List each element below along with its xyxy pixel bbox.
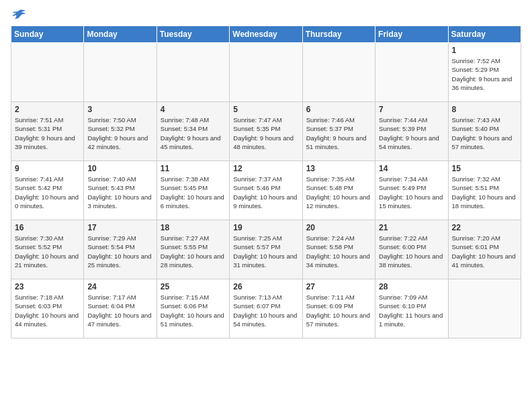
calendar-cell: 3Sunrise: 7:50 AM Sunset: 5:32 PM Daylig…	[84, 102, 157, 161]
day-number: 1	[452, 46, 517, 55]
calendar-cell: 25Sunrise: 7:15 AM Sunset: 6:06 PM Dayli…	[157, 279, 229, 338]
calendar-cell	[230, 43, 302, 102]
day-number: 9	[15, 164, 80, 173]
day-number: 14	[379, 164, 444, 173]
calendar-cell: 6Sunrise: 7:46 AM Sunset: 5:37 PM Daylig…	[302, 102, 375, 161]
day-info: Sunrise: 7:41 AM Sunset: 5:42 PM Dayligh…	[15, 175, 80, 210]
day-number: 3	[87, 105, 152, 114]
calendar-week-row: 16Sunrise: 7:30 AM Sunset: 5:52 PM Dayli…	[11, 220, 521, 279]
day-number: 2	[15, 105, 80, 114]
day-number: 22	[452, 223, 517, 232]
calendar-cell: 13Sunrise: 7:35 AM Sunset: 5:48 PM Dayli…	[302, 161, 375, 220]
day-number: 24	[87, 282, 152, 291]
day-number: 18	[161, 223, 226, 232]
calendar-cell: 2Sunrise: 7:51 AM Sunset: 5:31 PM Daylig…	[11, 102, 84, 161]
weekday-header-tuesday: Tuesday	[157, 26, 229, 43]
calendar-cell: 14Sunrise: 7:34 AM Sunset: 5:49 PM Dayli…	[375, 161, 448, 220]
calendar-cell: 8Sunrise: 7:43 AM Sunset: 5:40 PM Daylig…	[448, 102, 521, 161]
day-info: Sunrise: 7:40 AM Sunset: 5:43 PM Dayligh…	[87, 175, 152, 210]
calendar-cell: 21Sunrise: 7:22 AM Sunset: 6:00 PM Dayli…	[375, 220, 448, 279]
day-info: Sunrise: 7:24 AM Sunset: 5:58 PM Dayligh…	[306, 234, 371, 269]
calendar-cell: 9Sunrise: 7:41 AM Sunset: 5:42 PM Daylig…	[11, 161, 84, 220]
day-number: 20	[306, 223, 371, 232]
day-number: 11	[161, 164, 226, 173]
calendar-cell: 24Sunrise: 7:17 AM Sunset: 6:04 PM Dayli…	[84, 279, 157, 338]
day-number: 17	[87, 223, 152, 232]
day-info: Sunrise: 7:44 AM Sunset: 5:39 PM Dayligh…	[379, 116, 444, 151]
day-info: Sunrise: 7:13 AM Sunset: 6:07 PM Dayligh…	[233, 293, 298, 328]
day-info: Sunrise: 7:30 AM Sunset: 5:52 PM Dayligh…	[15, 234, 80, 269]
calendar-cell	[302, 43, 375, 102]
day-info: Sunrise: 7:09 AM Sunset: 6:10 PM Dayligh…	[379, 293, 444, 328]
calendar-header-row: SundayMondayTuesdayWednesdayThursdayFrid…	[11, 26, 521, 43]
day-number: 16	[15, 223, 80, 232]
day-info: Sunrise: 7:27 AM Sunset: 5:55 PM Dayligh…	[161, 234, 226, 269]
calendar-week-row: 23Sunrise: 7:18 AM Sunset: 6:03 PM Dayli…	[11, 279, 521, 338]
day-info: Sunrise: 7:38 AM Sunset: 5:45 PM Dayligh…	[161, 175, 226, 210]
day-number: 8	[452, 105, 517, 114]
day-number: 6	[306, 105, 371, 114]
day-number: 26	[233, 282, 298, 291]
day-info: Sunrise: 7:52 AM Sunset: 5:29 PM Dayligh…	[452, 56, 517, 92]
day-number: 19	[233, 223, 298, 232]
weekday-header-saturday: Saturday	[448, 26, 521, 43]
calendar-cell	[448, 279, 521, 338]
weekday-header-sunday: Sunday	[11, 26, 84, 43]
calendar-cell: 18Sunrise: 7:27 AM Sunset: 5:55 PM Dayli…	[157, 220, 229, 279]
day-info: Sunrise: 7:47 AM Sunset: 5:35 PM Dayligh…	[233, 116, 298, 151]
calendar-cell: 4Sunrise: 7:48 AM Sunset: 5:34 PM Daylig…	[157, 102, 229, 161]
day-info: Sunrise: 7:17 AM Sunset: 6:04 PM Dayligh…	[87, 293, 152, 328]
day-info: Sunrise: 7:32 AM Sunset: 5:51 PM Dayligh…	[452, 175, 517, 210]
calendar-week-row: 2Sunrise: 7:51 AM Sunset: 5:31 PM Daylig…	[11, 102, 521, 161]
day-info: Sunrise: 7:25 AM Sunset: 5:57 PM Dayligh…	[233, 234, 298, 269]
day-info: Sunrise: 7:29 AM Sunset: 5:54 PM Dayligh…	[87, 234, 152, 269]
day-number: 27	[306, 282, 371, 291]
day-info: Sunrise: 7:34 AM Sunset: 5:49 PM Dayligh…	[379, 175, 444, 210]
calendar-cell: 11Sunrise: 7:38 AM Sunset: 5:45 PM Dayli…	[157, 161, 229, 220]
day-info: Sunrise: 7:48 AM Sunset: 5:34 PM Dayligh…	[161, 116, 226, 151]
weekday-header-monday: Monday	[84, 26, 157, 43]
calendar-cell: 17Sunrise: 7:29 AM Sunset: 5:54 PM Dayli…	[84, 220, 157, 279]
day-number: 5	[233, 105, 298, 114]
calendar-week-row: 9Sunrise: 7:41 AM Sunset: 5:42 PM Daylig…	[11, 161, 521, 220]
calendar-cell: 20Sunrise: 7:24 AM Sunset: 5:58 PM Dayli…	[302, 220, 375, 279]
calendar-cell: 16Sunrise: 7:30 AM Sunset: 5:52 PM Dayli…	[11, 220, 84, 279]
calendar-week-row: 1Sunrise: 7:52 AM Sunset: 5:29 PM Daylig…	[11, 43, 521, 102]
calendar-cell	[84, 43, 157, 102]
day-info: Sunrise: 7:15 AM Sunset: 6:06 PM Dayligh…	[161, 293, 226, 328]
calendar-cell: 10Sunrise: 7:40 AM Sunset: 5:43 PM Dayli…	[84, 161, 157, 220]
day-info: Sunrise: 7:46 AM Sunset: 5:37 PM Dayligh…	[306, 116, 371, 151]
day-number: 15	[452, 164, 517, 173]
weekday-header-thursday: Thursday	[302, 26, 375, 43]
logo	[11, 11, 26, 19]
calendar-cell: 12Sunrise: 7:37 AM Sunset: 5:46 PM Dayli…	[230, 161, 302, 220]
calendar-cell: 1Sunrise: 7:52 AM Sunset: 5:29 PM Daylig…	[448, 43, 521, 102]
day-info: Sunrise: 7:51 AM Sunset: 5:31 PM Dayligh…	[15, 116, 80, 151]
weekday-header-friday: Friday	[375, 26, 448, 43]
calendar-cell: 22Sunrise: 7:20 AM Sunset: 6:01 PM Dayli…	[448, 220, 521, 279]
day-number: 12	[233, 164, 298, 173]
day-info: Sunrise: 7:22 AM Sunset: 6:00 PM Dayligh…	[379, 234, 444, 269]
calendar-cell: 23Sunrise: 7:18 AM Sunset: 6:03 PM Dayli…	[11, 279, 84, 338]
calendar-cell: 19Sunrise: 7:25 AM Sunset: 5:57 PM Dayli…	[230, 220, 302, 279]
day-info: Sunrise: 7:43 AM Sunset: 5:40 PM Dayligh…	[452, 116, 517, 151]
page-header	[11, 11, 521, 19]
calendar-cell: 7Sunrise: 7:44 AM Sunset: 5:39 PM Daylig…	[375, 102, 448, 161]
day-number: 28	[379, 282, 444, 291]
day-number: 21	[379, 223, 444, 232]
day-info: Sunrise: 7:20 AM Sunset: 6:01 PM Dayligh…	[452, 234, 517, 269]
calendar-cell: 27Sunrise: 7:11 AM Sunset: 6:09 PM Dayli…	[302, 279, 375, 338]
calendar-cell: 5Sunrise: 7:47 AM Sunset: 5:35 PM Daylig…	[230, 102, 302, 161]
day-number: 7	[379, 105, 444, 114]
day-info: Sunrise: 7:50 AM Sunset: 5:32 PM Dayligh…	[87, 116, 152, 151]
calendar-table: SundayMondayTuesdayWednesdayThursdayFrid…	[11, 26, 521, 338]
calendar-cell	[11, 43, 84, 102]
day-number: 23	[15, 282, 80, 291]
calendar-cell: 26Sunrise: 7:13 AM Sunset: 6:07 PM Dayli…	[230, 279, 302, 338]
day-info: Sunrise: 7:18 AM Sunset: 6:03 PM Dayligh…	[15, 293, 80, 328]
day-number: 4	[161, 105, 226, 114]
calendar-cell	[157, 43, 229, 102]
calendar-cell	[375, 43, 448, 102]
day-number: 25	[161, 282, 226, 291]
calendar-cell: 15Sunrise: 7:32 AM Sunset: 5:51 PM Dayli…	[448, 161, 521, 220]
